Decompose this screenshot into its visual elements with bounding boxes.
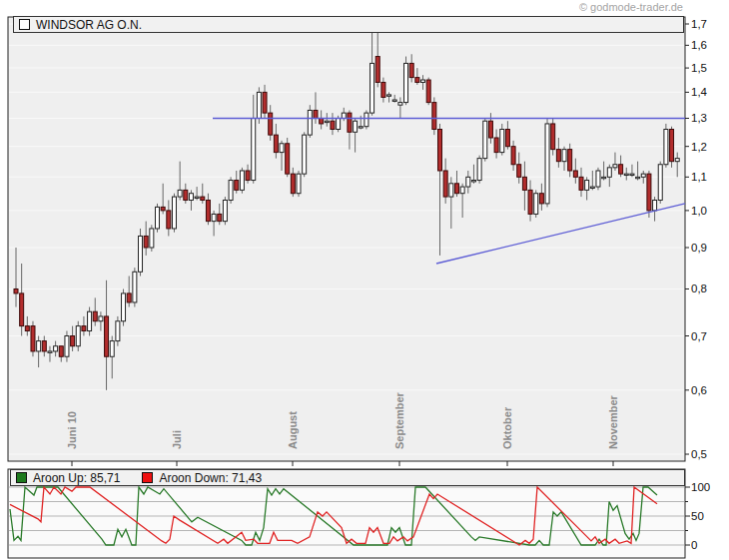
candle [404, 63, 408, 102]
aroon-axis-label: 50 [691, 510, 704, 522]
candle [42, 341, 46, 351]
candle [579, 177, 583, 190]
aroon-down-legend-entry: Aroon Down: 71,43 [142, 471, 262, 485]
candle [354, 121, 358, 132]
candle [303, 135, 307, 174]
candle [460, 187, 464, 194]
y-axis-label: 0,9 [691, 242, 707, 254]
candle [511, 147, 515, 165]
candle [331, 121, 335, 129]
candle [14, 288, 18, 292]
y-axis-label: 0,7 [691, 330, 707, 342]
candle [454, 184, 458, 194]
candle [562, 150, 566, 162]
aroon-legend: Aroon Up: 85,71 Aroon Down: 71,43 [10, 469, 685, 486]
candle [342, 113, 346, 118]
aroon-axis-label: 100 [691, 481, 710, 493]
candle [37, 341, 41, 351]
candle [167, 211, 171, 229]
candle [528, 190, 532, 214]
candle [392, 100, 396, 101]
candle [257, 92, 261, 118]
candle [359, 127, 363, 128]
candle [76, 326, 80, 346]
candle [150, 229, 154, 248]
candle [556, 150, 560, 162]
candle [483, 121, 487, 158]
candle [375, 57, 379, 83]
candle [223, 200, 227, 221]
aroon-axis-label: 0 [691, 539, 697, 551]
candle [337, 118, 341, 129]
candle [381, 82, 385, 97]
aroon-up-legend-entry: Aroon Up: 85,71 [16, 471, 120, 485]
candle [206, 200, 210, 221]
candle [494, 138, 498, 153]
candle [291, 174, 295, 194]
y-axis-label: 1,1 [691, 171, 707, 183]
candle [438, 129, 442, 170]
candle [398, 103, 402, 106]
candle [144, 236, 148, 248]
candle [122, 293, 126, 321]
candle [585, 181, 589, 191]
x-axis-month-label: Juni 10 [66, 411, 78, 449]
y-axis-label: 1,7 [691, 18, 707, 30]
x-axis-month-label: September [393, 391, 405, 449]
candle [263, 92, 267, 113]
candle [409, 63, 413, 77]
candle [443, 171, 447, 197]
x-axis-month-label: Juli [171, 430, 183, 449]
candle [658, 165, 662, 201]
candle [246, 171, 250, 181]
candle [178, 190, 182, 197]
price-chart-legend: WINDSOR AG O.N. [13, 16, 684, 33]
candle [218, 214, 222, 221]
candle [630, 174, 634, 175]
candle [189, 194, 193, 201]
y-axis-label: 1,4 [691, 86, 708, 98]
candle [670, 129, 674, 161]
candle [619, 165, 623, 174]
candle [308, 110, 312, 135]
y-axis-label: 1,3 [691, 112, 707, 124]
candle [201, 197, 205, 200]
candle [539, 194, 543, 204]
candle [269, 113, 273, 135]
candle [172, 197, 176, 229]
y-axis-label: 0,5 [691, 448, 707, 460]
x-axis-month-label: Oktober [501, 406, 513, 449]
candle [488, 121, 492, 138]
candle [20, 293, 24, 326]
candle [415, 78, 419, 83]
candle [105, 316, 109, 356]
candle [156, 207, 160, 229]
candle [25, 326, 29, 331]
candle [139, 236, 143, 272]
candle [551, 124, 555, 150]
aroon-up-marker-icon [16, 472, 27, 483]
candle [421, 80, 425, 82]
candle [613, 165, 617, 168]
y-axis-label: 1,2 [691, 141, 707, 153]
candle [195, 197, 199, 198]
candle [641, 174, 645, 177]
candle [274, 135, 278, 152]
candle [568, 150, 572, 171]
candle [116, 321, 120, 341]
candle [590, 187, 594, 188]
candle [432, 103, 436, 130]
candle [647, 174, 651, 211]
candle [505, 129, 509, 146]
candle [161, 207, 165, 211]
candle [653, 200, 657, 210]
candle [675, 159, 679, 162]
candle [370, 63, 374, 113]
y-axis-label: 1,5 [691, 62, 707, 74]
candle [522, 177, 526, 190]
candle [48, 351, 52, 352]
candle [59, 346, 63, 357]
candle [545, 124, 549, 204]
candle [212, 214, 216, 221]
aroon-down-label: Aroon Down: 71,43 [159, 471, 262, 485]
